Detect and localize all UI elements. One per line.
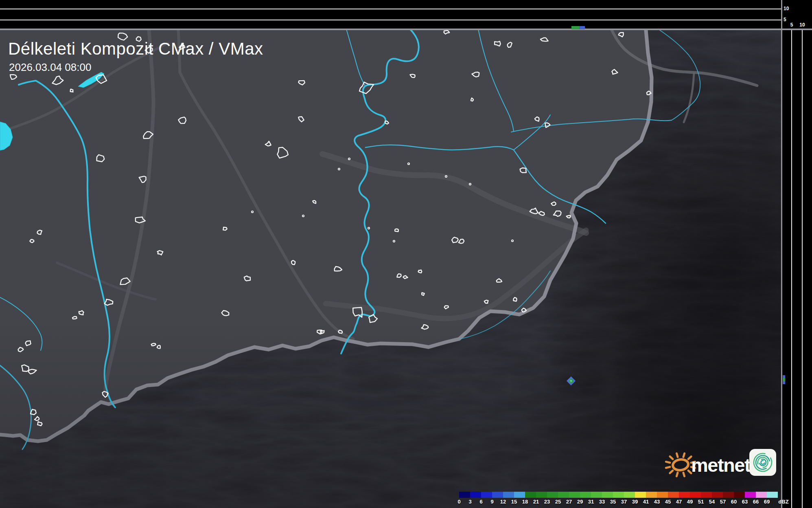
- metnet-logo: metnet: [663, 449, 781, 481]
- colorbar-segment: [745, 492, 756, 498]
- radar-echo-core: [570, 380, 572, 382]
- radar-viewer: Délkeleti Kompozit CMax / VMax 2026.03.0…: [0, 0, 812, 508]
- profile-top-gridline: [0, 20, 781, 20]
- metnet-app-icon: [749, 449, 776, 476]
- colorbar-segment: [470, 492, 481, 498]
- colorbar-segment: [591, 492, 602, 498]
- profile-frame-vertical: [781, 0, 782, 508]
- profile-right-tick-label: 10: [797, 22, 808, 28]
- colorbar-segment: [547, 492, 558, 498]
- colorbar-segment: [492, 492, 503, 498]
- colorbar-segment: [558, 492, 569, 498]
- profile-echo: [571, 26, 579, 29]
- colorbar-segment: [569, 492, 580, 498]
- profile-top-gridline: [0, 9, 781, 9]
- radar-map[interactable]: [0, 29, 782, 508]
- vmax-profile-top: [0, 0, 782, 29]
- colorbar-segment: [514, 492, 525, 498]
- colorbar-segment: [536, 492, 547, 498]
- profile-top-tick-label: 5: [784, 17, 792, 22]
- colorbar-segment: [635, 492, 646, 498]
- colorbar-segment: [734, 492, 745, 498]
- colorbar-segment: [459, 492, 470, 498]
- colorbar-tick-label: 69: [760, 499, 774, 505]
- profile-top-tick-label: 10: [784, 6, 792, 11]
- logo-text: metnet: [691, 454, 751, 476]
- colorbar-segment: [525, 492, 536, 498]
- colorbar-segment: [723, 492, 734, 498]
- timestamp-label: 2026.03.04 08:00: [9, 61, 91, 74]
- colorbar-segment: [690, 492, 701, 498]
- colorbar-unit-label: dBZ: [777, 499, 790, 505]
- profile-echo: [783, 381, 785, 384]
- profile-echo: [783, 378, 785, 381]
- profile-right-gridline: [791, 30, 792, 508]
- colorbar-segment: [679, 492, 690, 498]
- profile-right-gridline: [802, 30, 803, 508]
- profile-echo: [783, 375, 785, 378]
- profile-frame-horizontal: [0, 29, 812, 30]
- colorbar-segment: [767, 492, 778, 498]
- colorbar-segment: [613, 492, 624, 498]
- colorbar-segment: [602, 492, 613, 498]
- colorbar-segment: [646, 492, 657, 498]
- map-canvas: [0, 29, 782, 508]
- colorbar-segment: [657, 492, 668, 498]
- colorbar-segment: [712, 492, 723, 498]
- colorbar-segment: [503, 492, 514, 498]
- profile-echo: [579, 26, 585, 29]
- colorbar-segment: [580, 492, 591, 498]
- colorbar-segment: [481, 492, 492, 498]
- colorbar-segment: [624, 492, 635, 498]
- colorbar-segment: [668, 492, 679, 498]
- colorbar-segment: [756, 492, 767, 498]
- profile-right-tick-label: 5: [786, 22, 797, 28]
- product-title: Délkeleti Kompozit CMax / VMax: [8, 39, 263, 59]
- colorbar-segment: [701, 492, 712, 498]
- vmax-profile-right: [783, 0, 812, 508]
